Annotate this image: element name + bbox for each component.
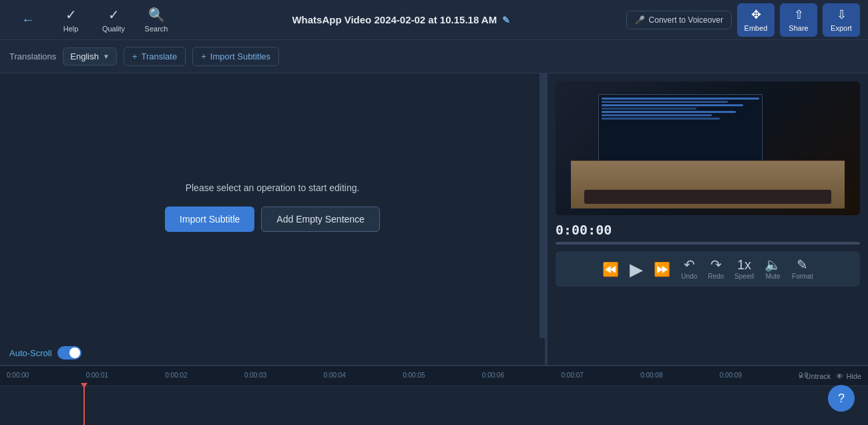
undo-button[interactable]: ↶ [684, 258, 695, 271]
play-button[interactable]: ▶ [630, 261, 643, 278]
redo-group: ↷ Redo [708, 258, 724, 280]
code-line [602, 114, 712, 116]
code-line [602, 111, 736, 113]
timestamp-mark: 0:00:01 [86, 372, 108, 379]
export-label: Export [831, 24, 852, 32]
format-label: Format [792, 273, 813, 280]
help-nav-label: Help [63, 25, 79, 33]
page-title: WhatsApp Video 2024-02-02 at 10.15.18 AM [292, 14, 497, 25]
code-line [602, 101, 728, 103]
redo-label: Redo [708, 273, 724, 280]
export-button[interactable]: ⇩ Export [823, 3, 860, 37]
timestamp-mark: 0:00:00 [7, 372, 29, 379]
mute-label: Mute [765, 273, 780, 280]
timeline-controls-right: ≠ Untrack 👁 Hide [799, 372, 861, 380]
embed-icon: ✥ [751, 7, 761, 22]
add-empty-sentence-button[interactable]: Add Empty Sentence [261, 206, 380, 232]
timestamp-mark: 0:00:09 [720, 372, 742, 379]
nav-right: 🎤 Convert to Voiceover ✥ Embed ⇧ Share ⇩… [626, 3, 860, 37]
navbar: ← ✓ Help ✓ Quality 🔍 Search WhatsApp Vid… [0, 0, 868, 40]
editing-actions: Import Subtitle Add Empty Sentence [165, 206, 380, 232]
progress-bar[interactable] [556, 242, 860, 245]
auto-scroll-toggle[interactable] [57, 346, 81, 360]
timeline-track[interactable] [0, 386, 868, 425]
share-icon: ⇧ [794, 7, 804, 22]
timestamp-mark: 0:00:04 [324, 372, 346, 379]
back-icon: ← [21, 12, 35, 27]
back-button[interactable]: ← [8, 2, 48, 38]
mute-button[interactable]: 🔈 [765, 258, 781, 271]
timestamp-mark: 0:00:03 [244, 372, 266, 379]
quality-button[interactable]: ✓ Quality [93, 2, 134, 38]
auto-scroll-bar: Auto-Scroll [0, 341, 545, 365]
translate-icon: + [132, 51, 138, 61]
format-button[interactable]: ✎ [797, 258, 808, 271]
language-selector[interactable]: English ▼ [63, 47, 117, 65]
help-nav-icon: ✓ [65, 7, 77, 23]
share-button[interactable]: ⇧ Share [780, 3, 817, 37]
search-button[interactable]: 🔍 Search [136, 2, 176, 38]
playhead [83, 386, 85, 425]
translate-label: Translate [141, 51, 177, 61]
code-line [602, 104, 744, 106]
import-subtitles-button[interactable]: + Import Subtitles [192, 47, 279, 66]
hide-button[interactable]: 👁 Hide [836, 372, 861, 380]
rewind-group: ⏪ [602, 263, 619, 276]
right-panel: 0:00:00 ⏪ ▶ ⏩ ↶ Undo ↷ Redo [548, 74, 868, 365]
rewind-button[interactable]: ⏪ [602, 263, 619, 276]
translate-button[interactable]: + Translate [124, 47, 186, 66]
timestamp-mark: 0:00:08 [640, 372, 662, 379]
embed-button[interactable]: ✥ Embed [737, 3, 775, 37]
nav-title: WhatsApp Video 2024-02-02 at 10.15.18 AM… [176, 14, 626, 25]
fastforward-group: ⏩ [654, 263, 670, 276]
import-subtitles-icon: + [201, 51, 206, 61]
chevron-down-icon: ▼ [103, 53, 110, 60]
search-label: Search [145, 25, 168, 33]
help-nav-button[interactable]: ✓ Help [51, 2, 91, 38]
left-panel: Please select an operation to start edit… [0, 74, 548, 365]
convert-voiceover-button[interactable]: 🎤 Convert to Voiceover [626, 11, 732, 29]
import-subtitles-label: Import Subtitles [210, 51, 270, 61]
code-line [602, 118, 720, 120]
code-line [602, 98, 759, 100]
search-icon: 🔍 [148, 7, 165, 23]
speed-button[interactable]: 1x [737, 258, 751, 271]
share-label: Share [789, 24, 808, 32]
main-content: Please select an operation to start edit… [0, 74, 868, 365]
code-line [602, 108, 696, 110]
edit-title-icon[interactable]: ✎ [502, 15, 510, 25]
format-group: ✎ Format [792, 258, 813, 280]
code-lines [599, 95, 762, 124]
timestamp-mark: 0:0 [799, 372, 808, 379]
import-subtitle-button[interactable]: Import Subtitle [165, 206, 254, 232]
laptop-simulation [571, 88, 845, 208]
fastforward-button[interactable]: ⏩ [654, 263, 670, 276]
subtitle-bar: Translations English ▼ + Translate + Imp… [0, 40, 868, 74]
hands-area [571, 160, 845, 208]
timestamp-mark: 0:00:05 [403, 372, 425, 379]
time-display: 0:00:00 [556, 222, 612, 238]
translations-label: Translations [9, 51, 56, 61]
language-value: English [70, 51, 99, 61]
timestamp-mark: 0:00:07 [561, 372, 583, 379]
scroll-track[interactable] [539, 74, 545, 338]
help-fab-button[interactable]: ? [828, 385, 855, 412]
convert-label: Convert to Voiceover [649, 15, 723, 25]
time-section: 0:00:00 [556, 222, 860, 245]
timestamp-mark: 0:00:06 [482, 372, 504, 379]
video-thumbnail [556, 82, 860, 215]
timeline-timestamps: 0:00:000:00:010:00:020:00:030:00:040:00:… [7, 368, 799, 385]
auto-scroll-label: Auto-Scroll [9, 348, 52, 358]
timeline: 0:00:000:00:010:00:020:00:030:00:040:00:… [0, 365, 868, 425]
mute-group: 🔈 Mute [765, 258, 781, 280]
embed-label: Embed [744, 24, 768, 32]
export-icon: ⇩ [837, 7, 847, 22]
hide-icon: 👁 [836, 372, 843, 380]
video-preview [556, 82, 860, 215]
editing-prompt: Please select an operation to start edit… [186, 182, 360, 193]
undo-label: Undo [681, 273, 697, 280]
redo-button[interactable]: ↷ [710, 258, 722, 271]
timeline-header: 0:00:000:00:010:00:020:00:030:00:040:00:… [0, 366, 868, 386]
editing-area: Please select an operation to start edit… [0, 74, 545, 341]
speed-group: 1x Speed [734, 258, 754, 280]
